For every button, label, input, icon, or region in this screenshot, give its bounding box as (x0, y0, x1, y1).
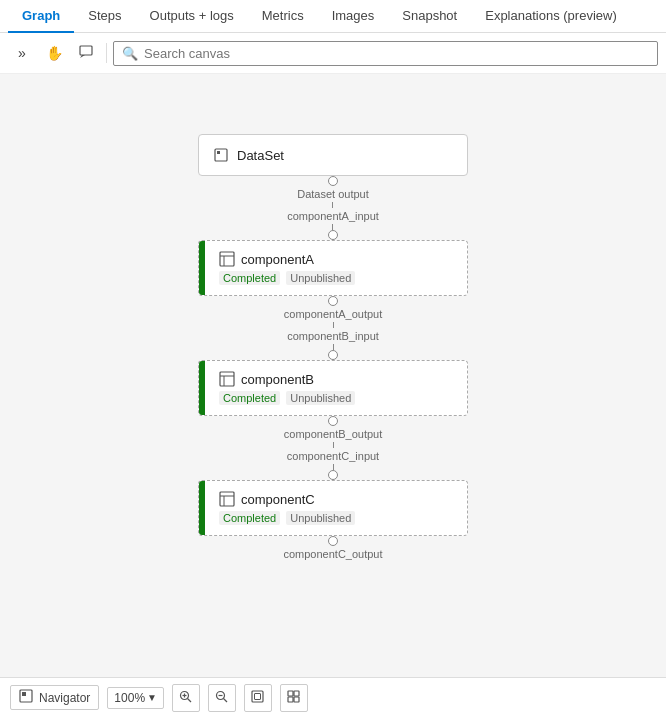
svg-rect-0 (80, 46, 92, 55)
dataset-box[interactable]: DataSet (198, 134, 468, 176)
conn-line-0a (332, 202, 333, 208)
componentC-box[interactable]: componentC Completed Unpublished (198, 480, 468, 536)
componentB-title: componentB (241, 372, 314, 387)
grid-icon (287, 690, 300, 706)
componentA-publish-badge: Unpublished (286, 271, 355, 285)
expand-icon: » (18, 45, 26, 61)
svg-line-18 (188, 698, 192, 702)
connector-0: Dataset output componentA_input (287, 176, 379, 240)
canvas: DataSet Dataset output componentA_input (0, 74, 666, 677)
componentA-status-bar (199, 241, 205, 295)
componentC-icon (219, 491, 235, 507)
dataset-title: DataSet (237, 148, 284, 163)
connector-2: componentB_output componentC_input (284, 416, 382, 480)
conn-dot-out-2 (328, 416, 338, 426)
svg-rect-2 (215, 149, 227, 161)
zoom-in-icon (179, 690, 192, 706)
componentB-status-bar (199, 361, 205, 415)
svg-rect-3 (217, 151, 220, 154)
comment-button[interactable] (72, 39, 100, 67)
conn-dot-in-2 (328, 350, 338, 360)
conn-dot-out-1 (328, 296, 338, 306)
dataset-header: DataSet (213, 147, 453, 163)
zoom-out-button[interactable] (208, 684, 236, 712)
componentC-badges: Completed Unpublished (219, 511, 453, 525)
node-dataset[interactable]: DataSet (198, 134, 468, 176)
componentC-header: componentC (219, 491, 453, 507)
conn-line-1a (333, 322, 334, 328)
svg-rect-23 (255, 693, 261, 699)
tab-explanations[interactable]: Explanations (preview) (471, 0, 631, 33)
conn-label-in-1: componentA_input (287, 210, 379, 222)
componentC-content: componentC Completed Unpublished (199, 481, 467, 535)
fit-page-button[interactable] (244, 684, 272, 712)
conn-dot-in-3 (328, 470, 338, 480)
svg-rect-22 (252, 691, 263, 702)
svg-rect-7 (220, 372, 234, 386)
zoom-value: 100% (114, 691, 145, 705)
componentA-badges: Completed Unpublished (219, 271, 453, 285)
bottom-bar: Navigator 100% ▼ (0, 677, 666, 717)
componentC-title: componentC (241, 492, 315, 507)
search-icon: 🔍 (122, 46, 138, 61)
toolbar: » ✋ 🔍 (0, 33, 666, 74)
conn-label-out-1: componentA_output (284, 308, 382, 320)
tab-bar: Graph Steps Outputs + logs Metrics Image… (0, 0, 666, 33)
navigator-label: Navigator (39, 691, 90, 705)
componentB-header: componentB (219, 371, 453, 387)
svg-line-21 (224, 698, 228, 702)
zoom-level[interactable]: 100% ▼ (107, 687, 164, 709)
componentA-icon (219, 251, 235, 267)
componentA-box[interactable]: componentA Completed Unpublished (198, 240, 468, 296)
componentA-content: componentA Completed Unpublished (199, 241, 467, 295)
svg-rect-4 (220, 252, 234, 266)
conn-label-in-2: componentB_input (287, 330, 379, 342)
componentB-status-badge: Completed (219, 391, 280, 405)
zoom-in-button[interactable] (172, 684, 200, 712)
componentB-content: componentB Completed Unpublished (199, 361, 467, 415)
componentB-box[interactable]: componentB Completed Unpublished (198, 360, 468, 416)
conn-dot-out-3 (328, 536, 338, 546)
tab-snapshot[interactable]: Snapshot (388, 0, 471, 33)
comment-icon (79, 45, 93, 62)
tab-steps[interactable]: Steps (74, 0, 135, 33)
node-componentB[interactable]: componentB Completed Unpublished (198, 360, 468, 416)
svg-rect-13 (20, 690, 32, 702)
search-input[interactable] (144, 46, 649, 61)
hand-tool-button[interactable]: ✋ (40, 39, 68, 67)
conn-dot-out-0 (328, 176, 338, 186)
node-componentC[interactable]: componentC Completed Unpublished (198, 480, 468, 536)
navigator-button[interactable]: Navigator (10, 685, 99, 710)
svg-rect-27 (294, 697, 299, 702)
tab-metrics[interactable]: Metrics (248, 0, 318, 33)
conn-dot-in-1 (328, 230, 338, 240)
hand-icon: ✋ (46, 45, 63, 61)
componentC-status-bar (199, 481, 205, 535)
node-componentA[interactable]: componentA Completed Unpublished (198, 240, 468, 296)
grid-button[interactable] (280, 684, 308, 712)
componentB-icon (219, 371, 235, 387)
componentA-header: componentA (219, 251, 453, 267)
svg-rect-26 (288, 697, 293, 702)
tab-outputs-logs[interactable]: Outputs + logs (136, 0, 248, 33)
connector-3: componentC_output (283, 536, 382, 562)
pipeline-wrapper: DataSet Dataset output componentA_input (0, 74, 666, 677)
svg-rect-24 (288, 691, 293, 696)
svg-rect-10 (220, 492, 234, 506)
toolbar-divider (106, 43, 107, 63)
conn-label-out-0: Dataset output (297, 188, 369, 200)
expand-button[interactable]: » (8, 39, 36, 67)
fit-page-icon (251, 690, 264, 706)
dataset-icon (213, 147, 229, 163)
search-box[interactable]: 🔍 (113, 41, 658, 66)
componentC-publish-badge: Unpublished (286, 511, 355, 525)
componentB-publish-badge: Unpublished (286, 391, 355, 405)
navigator-icon (19, 689, 33, 706)
svg-rect-25 (294, 691, 299, 696)
tab-graph[interactable]: Graph (8, 0, 74, 33)
componentA-title: componentA (241, 252, 314, 267)
conn-line-2a (333, 442, 334, 448)
componentC-status-badge: Completed (219, 511, 280, 525)
tab-images[interactable]: Images (318, 0, 389, 33)
conn-label-out-3: componentC_output (283, 548, 382, 560)
